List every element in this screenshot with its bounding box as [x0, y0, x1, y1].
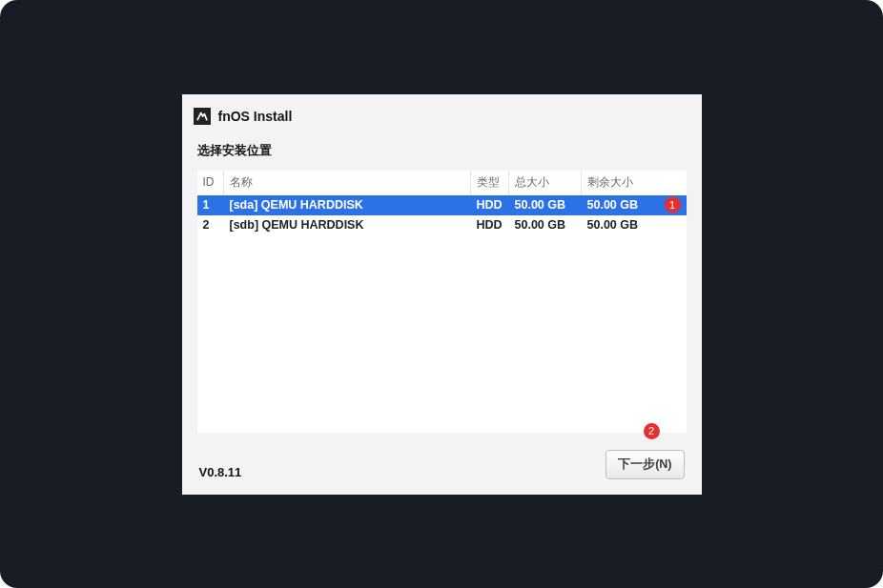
header-bar: fnOS Install [182, 94, 702, 134]
cell-name: [sdb] QEMU HARDDISK [224, 215, 471, 235]
table-row[interactable]: 1 [sda] QEMU HARDDISK HDD 50.00 GB 50.00… [197, 195, 687, 215]
cell-total: 50.00 GB [509, 215, 582, 235]
cell-type: HDD [471, 195, 509, 215]
cell-free: 50.00 GB [582, 215, 687, 235]
annotation-badge-1: 1 [665, 197, 681, 213]
app-title: fnOS Install [218, 109, 293, 124]
annotation-badge-2: 2 [644, 423, 660, 439]
col-header-type: 类型 [471, 171, 509, 195]
installer-window: fnOS Install 选择安装位置 ID 名称 [182, 94, 702, 495]
outer-frame: fnOS Install 选择安装位置 ID 名称 [0, 0, 883, 588]
table-row[interactable]: 2 [sdb] QEMU HARDDISK HDD 50.00 GB 50.00… [197, 215, 687, 235]
cell-id: 1 [197, 195, 224, 215]
content-area: 选择安装位置 ID 名称 类型 [182, 134, 702, 433]
cell-name: [sda] QEMU HARDDISK [224, 195, 471, 215]
col-header-free: 剩余大小 [582, 171, 687, 195]
footer-bar: V0.8.11 下一步(N) 2 [182, 433, 702, 495]
disk-table: ID 名称 类型 总大小 剩余大小 1 [sda] QEMU HARDDISK … [197, 171, 687, 235]
cell-total: 50.00 GB [509, 195, 582, 215]
col-header-total: 总大小 [509, 171, 582, 195]
version-text: V0.8.11 [199, 465, 242, 479]
disk-table-container: ID 名称 类型 总大小 剩余大小 1 [sda] QEMU HARDDISK … [197, 171, 687, 433]
cell-free: 50.00 GB 1 [582, 195, 687, 215]
col-header-name: 名称 [224, 171, 471, 195]
next-button[interactable]: 下一步(N) [606, 450, 684, 479]
fnos-logo-icon [194, 108, 211, 125]
cell-id: 2 [197, 215, 224, 235]
cell-type: HDD [471, 215, 509, 235]
subtitle: 选择安装位置 [197, 142, 687, 159]
col-header-id: ID [197, 171, 224, 195]
table-header-row: ID 名称 类型 总大小 剩余大小 [197, 171, 687, 195]
